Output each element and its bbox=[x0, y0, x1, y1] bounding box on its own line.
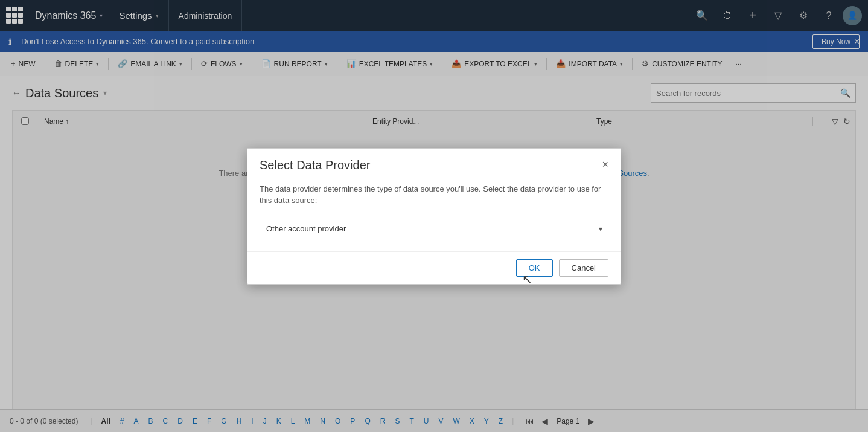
cancel-button[interactable]: Cancel bbox=[559, 259, 608, 277]
modal-description: The data provider determines the type of… bbox=[260, 183, 608, 207]
modal-footer: OK Cancel bbox=[247, 251, 621, 284]
data-provider-select-wrapper: Other account provider Simple Whole Numb… bbox=[260, 219, 608, 239]
modal-overlay: Select Data Provider × The data provider… bbox=[0, 0, 868, 432]
modal-body: The data provider determines the type of… bbox=[247, 177, 621, 251]
select-data-provider-modal: Select Data Provider × The data provider… bbox=[247, 148, 621, 285]
modal-header: Select Data Provider × bbox=[247, 149, 621, 177]
ok-button[interactable]: OK bbox=[516, 259, 553, 277]
modal-close-button[interactable]: × bbox=[602, 158, 608, 171]
modal-title: Select Data Provider bbox=[260, 158, 370, 172]
data-provider-select[interactable]: Other account provider Simple Whole Numb… bbox=[260, 219, 608, 239]
